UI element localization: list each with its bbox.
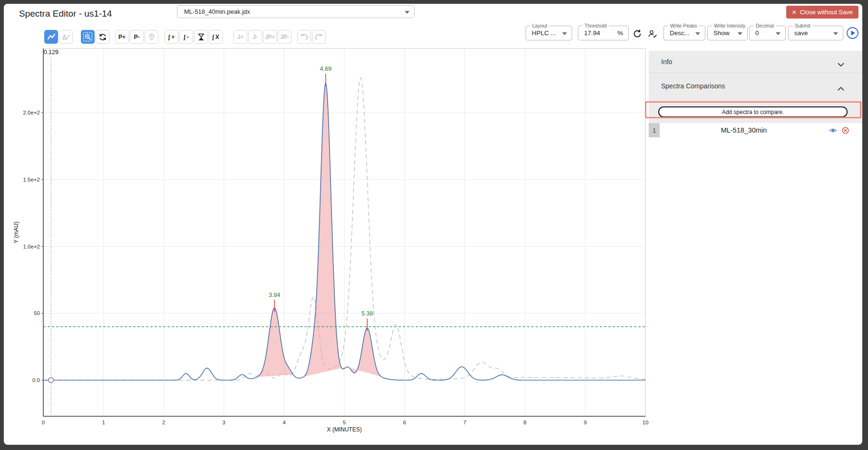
y-tick-label: 1.0e+2 (23, 244, 40, 249)
comparison-index: 1 (649, 123, 660, 137)
write-peaks-select[interactable]: Write Peaks Desc... (663, 26, 705, 40)
close-icon: ✕ (792, 9, 797, 16)
comparison-row: 1ML-518_30min (649, 123, 862, 137)
x-tick-label: 10 (643, 420, 649, 425)
x-tick-label: 3 (223, 420, 225, 425)
cursor-handle[interactable] (49, 378, 54, 383)
x-axis-title: X (MINUTES) (327, 426, 361, 433)
x-tick-label: 8 (524, 420, 527, 425)
x-tick-label: 5 (343, 420, 346, 425)
chromatogram-chart[interactable]: 0.1290.0501.0e+21.5e+22.0e+2012345678910… (4, 4, 651, 445)
chevron-down-icon (838, 60, 844, 68)
decimal-value: 0 (755, 26, 759, 40)
peak-label: 5.38 (361, 310, 373, 317)
peak-label: 4.69 (320, 66, 332, 72)
decimal-select[interactable]: Decimal 0 (749, 26, 786, 40)
x-tick-label: 2 (162, 420, 165, 425)
spectra-comparisons-body: Add spectra to compare. (649, 98, 862, 123)
chevron-down-icon (695, 32, 700, 35)
peak-label: 3.84 (269, 292, 280, 298)
x-tick-label: 9 (584, 420, 586, 425)
close-button-label: Close without Save (800, 9, 853, 16)
info-section-header[interactable]: Info (649, 51, 862, 73)
write-intensity-value: Show (713, 26, 730, 40)
y-tick-label: 50 (34, 310, 40, 316)
comparison-list: 1ML-518_30min (649, 123, 862, 137)
spectra-comparisons-header[interactable]: Spectra Comparisons (649, 73, 862, 98)
x-tick-label: 7 (463, 420, 466, 425)
toggle-visibility-button[interactable] (828, 126, 838, 134)
remove-comparison-button[interactable] (841, 126, 850, 135)
run-submit-button[interactable] (846, 26, 859, 40)
side-panel: Info Spectra Comparisons Add spectra to … (649, 51, 862, 137)
chevron-down-icon (738, 32, 742, 35)
x-tick-label: 0 (42, 420, 45, 425)
y-axis-title: Y (mAU) (13, 221, 20, 243)
submit-select[interactable]: Submit save (788, 26, 843, 40)
y-tick-label: 2.0e+2 (23, 110, 40, 115)
integration-fill (257, 308, 293, 377)
spectra-comparisons-label: Spectra Comparisons (661, 73, 725, 99)
comparison-name: ML-518_30min (660, 126, 828, 134)
eye-icon (829, 127, 837, 134)
y-tick-label: 0.0 (32, 377, 40, 383)
add-spectra-button[interactable]: Add spectra to compare. (658, 106, 848, 117)
circle-x-icon (842, 127, 849, 134)
info-section-label: Info (661, 51, 672, 73)
chevron-down-icon (776, 32, 780, 35)
chevron-down-icon (833, 32, 838, 35)
spectra-editor-window: Spectra Editor - us1-14 ML-518_40min.pea… (4, 4, 862, 445)
x-tick-label: 4 (283, 420, 286, 425)
submit-value: save (794, 26, 808, 40)
x-tick-label: 6 (403, 420, 406, 425)
close-without-save-button[interactable]: ✕Close without Save (786, 6, 858, 19)
x-tick-label: 1 (102, 420, 105, 425)
y-tick-label: 1.5e+2 (23, 177, 40, 182)
write-intensity-select[interactable]: Write Intensity Show (707, 26, 748, 40)
integration-fill (304, 83, 347, 376)
play-circle-icon (846, 27, 859, 39)
write-peaks-value: Desc... (670, 26, 690, 40)
cursor-label: 0.129 (44, 49, 59, 56)
chevron-up-icon (838, 84, 844, 93)
